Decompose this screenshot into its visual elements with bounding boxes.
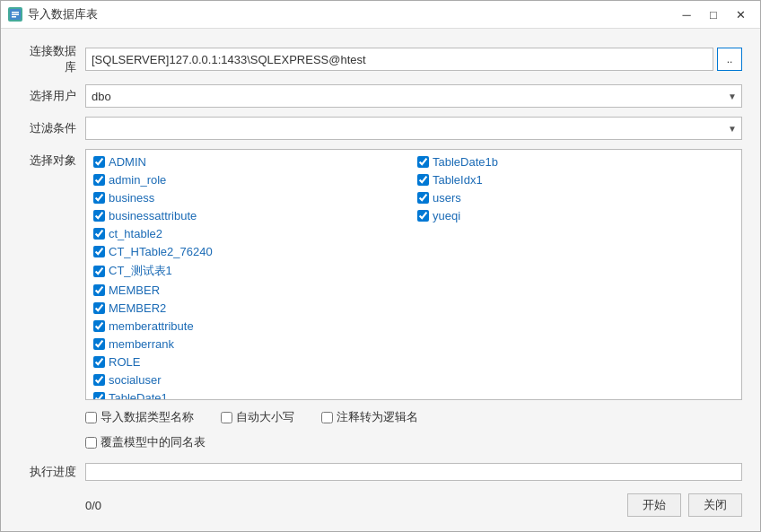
table-item-label: ROLE: [109, 355, 140, 369]
table-item-checkbox[interactable]: [93, 228, 105, 240]
table-item-label: users: [433, 191, 461, 205]
comment-checkbox[interactable]: [321, 412, 333, 423]
table-left-column: ADMINadmin_rolebusinessbusinessattribute…: [90, 153, 414, 396]
cover-option[interactable]: 覆盖模型中的同名表: [85, 434, 206, 450]
minimize-button[interactable]: ─: [674, 4, 699, 24]
table-item[interactable]: business: [90, 189, 414, 206]
table-item-label: TableDate1b: [433, 155, 498, 169]
start-button[interactable]: 开始: [627, 493, 681, 517]
connection-row: 连接数据库 ..: [19, 43, 742, 75]
objects-row: 选择对象 ADMINadmin_rolebusinessbusinessattr…: [19, 149, 742, 400]
table-item[interactable]: TableDate1: [90, 389, 414, 400]
svg-rect-2: [12, 14, 19, 16]
svg-rect-1: [12, 12, 19, 13]
table-item-checkbox[interactable]: [93, 266, 105, 277]
table-item-checkbox[interactable]: [93, 338, 105, 350]
filter-row: 过滤条件 ▼: [19, 117, 742, 140]
table-item[interactable]: MEMBER2: [90, 300, 414, 317]
window-controls: ─ □ ✕: [674, 4, 753, 24]
table-item[interactable]: ADMIN: [90, 153, 414, 170]
table-item-checkbox[interactable]: [93, 174, 105, 186]
cover-checkbox[interactable]: [85, 437, 97, 449]
cover-row: 覆盖模型中的同名表: [19, 434, 742, 450]
options-row: 导入数据类型名称 自动大小写 注释转为逻辑名: [19, 409, 742, 425]
connection-input[interactable]: [85, 48, 713, 71]
table-item-checkbox[interactable]: [417, 156, 429, 168]
table-item-label: MEMBER: [109, 283, 160, 297]
table-item[interactable]: admin_role: [90, 171, 414, 188]
browse-button[interactable]: ..: [717, 48, 742, 71]
user-row: 选择用户 dbo ▼: [19, 84, 742, 108]
table-item-checkbox[interactable]: [417, 192, 429, 204]
counter-text: 0/0: [85, 499, 101, 512]
dialog-content: 连接数据库 .. 选择用户 dbo ▼ 过滤条件 ▼: [1, 29, 760, 531]
svg-rect-3: [12, 16, 16, 18]
table-item-checkbox[interactable]: [93, 302, 105, 314]
table-item-label: MEMBER2: [109, 301, 166, 315]
table-item-label: businessattribute: [109, 209, 197, 222]
user-select[interactable]: dbo: [85, 84, 742, 108]
comment-option[interactable]: 注释转为逻辑名: [321, 409, 418, 425]
table-item[interactable]: memberrank: [90, 336, 414, 353]
table-item-checkbox[interactable]: [417, 210, 429, 222]
table-item-label: business: [109, 191, 154, 205]
table-list[interactable]: ADMINadmin_rolebusinessbusinessattribute…: [85, 149, 742, 400]
table-item-checkbox[interactable]: [93, 156, 105, 168]
table-item[interactable]: users: [414, 189, 738, 206]
table-item-checkbox[interactable]: [417, 174, 429, 186]
progress-bar-wrap: [85, 463, 742, 481]
table-right-column: TableDate1bTableIdx1usersyueqi: [414, 153, 738, 396]
import-type-option[interactable]: 导入数据类型名称: [85, 409, 194, 425]
table-item-checkbox[interactable]: [93, 246, 105, 257]
table-item-checkbox[interactable]: [93, 210, 105, 222]
table-item[interactable]: memberattribute: [90, 318, 414, 335]
action-buttons: 开始 关闭: [627, 493, 742, 517]
table-item-label: memberattribute: [109, 319, 194, 333]
table-item[interactable]: ct_htable2: [90, 225, 414, 242]
table-item-checkbox[interactable]: [93, 284, 105, 296]
user-select-wrapper: dbo ▼: [85, 84, 742, 108]
auto-case-option[interactable]: 自动大小写: [221, 409, 294, 425]
connection-wrap: ..: [85, 48, 742, 71]
table-item-checkbox[interactable]: [93, 192, 105, 204]
table-item[interactable]: TableIdx1: [414, 171, 738, 188]
user-label: 选择用户: [19, 88, 76, 104]
progress-row: 执行进度: [19, 463, 742, 481]
table-item-label: ct_htable2: [109, 227, 162, 240]
table-item-label: TableDate1: [109, 391, 168, 400]
table-item[interactable]: TableDate1b: [414, 153, 738, 170]
table-item[interactable]: ROLE: [90, 353, 414, 371]
close-button[interactable]: ✕: [728, 4, 753, 24]
auto-case-label: 自动大小写: [236, 409, 294, 425]
progress-label: 执行进度: [19, 464, 76, 480]
bottom-row: 0/0 开始 关闭: [19, 490, 742, 517]
window-title: 导入数据库表: [28, 6, 674, 22]
table-item-checkbox[interactable]: [93, 320, 105, 332]
main-window: 导入数据库表 ─ □ ✕ 连接数据库 .. 选择用户 dbo ▼: [0, 0, 761, 532]
table-item-label: memberrank: [109, 337, 174, 351]
table-item-label: TableIdx1: [433, 173, 483, 187]
table-item[interactable]: businessattribute: [90, 207, 414, 224]
table-item-checkbox[interactable]: [93, 356, 105, 368]
comment-label: 注释转为逻辑名: [337, 409, 418, 425]
filter-select[interactable]: [85, 117, 742, 140]
table-item[interactable]: CT_测试表1: [90, 261, 414, 281]
import-type-label: 导入数据类型名称: [101, 409, 194, 425]
maximize-button[interactable]: □: [701, 4, 726, 24]
table-item-label: socialuser: [109, 373, 162, 387]
auto-case-checkbox[interactable]: [221, 412, 232, 423]
title-bar: 导入数据库表 ─ □ ✕: [1, 1, 760, 29]
window-icon: [8, 7, 22, 22]
table-item-label: CT_HTable2_76240: [109, 245, 213, 258]
connection-label: 连接数据库: [19, 43, 76, 75]
table-item-checkbox[interactable]: [93, 392, 105, 400]
table-item[interactable]: yueqi: [414, 207, 738, 224]
table-item[interactable]: MEMBER: [90, 282, 414, 299]
table-item[interactable]: CT_HTable2_76240: [90, 243, 414, 260]
import-type-checkbox[interactable]: [85, 412, 97, 423]
cover-label: 覆盖模型中的同名表: [101, 434, 206, 450]
table-item-label: CT_测试表1: [109, 263, 172, 279]
table-item-checkbox[interactable]: [93, 374, 105, 386]
close-dialog-button[interactable]: 关闭: [688, 493, 742, 517]
table-item[interactable]: socialuser: [90, 371, 414, 388]
